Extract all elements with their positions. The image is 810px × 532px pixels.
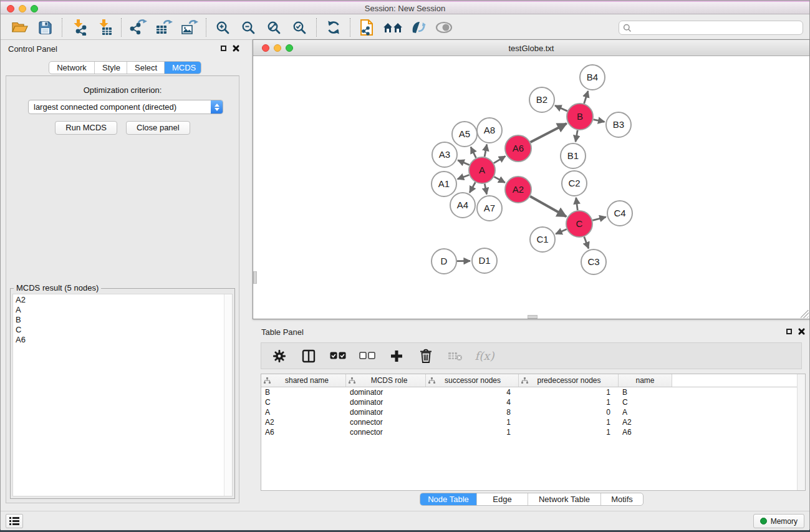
- zoom-fit-button[interactable]: [261, 17, 287, 38]
- tab-style[interactable]: Style: [95, 62, 127, 74]
- table-cell[interactable]: connector: [346, 417, 426, 427]
- network-canvas[interactable]: B4B2BB3A8A5A6A3B1AA1C2A2A4A7C4CC1C3DD1: [253, 56, 809, 319]
- graph-edge-A-A7[interactable]: [485, 184, 486, 195]
- graph-edge-A-A1[interactable]: [458, 175, 470, 179]
- resize-grip[interactable]: [801, 310, 809, 318]
- search-input[interactable]: [632, 22, 803, 34]
- show-hide-overview-button[interactable]: [431, 17, 456, 38]
- table-cell[interactable]: 1: [519, 397, 619, 407]
- result-item[interactable]: A: [13, 304, 232, 314]
- tab-mcds[interactable]: MCDS: [165, 62, 201, 74]
- graph-edge-C-C2[interactable]: [576, 198, 578, 210]
- graph-edge-A-A4[interactable]: [470, 182, 475, 193]
- graphics-details-button[interactable]: [405, 17, 431, 38]
- import-network-button[interactable]: [66, 17, 92, 38]
- graph-edge-B-B2[interactable]: [555, 105, 567, 111]
- table-cell[interactable]: A: [261, 407, 346, 417]
- table-cell[interactable]: 1: [519, 387, 619, 397]
- tab-node-table[interactable]: Node Table: [420, 493, 477, 505]
- table-cell[interactable]: 1: [519, 427, 619, 437]
- tab-edge-table[interactable]: Edge Table: [477, 493, 528, 505]
- table-cell[interactable]: dominator: [346, 407, 426, 417]
- export-image-button[interactable]: [176, 17, 202, 38]
- export-table-button[interactable]: [151, 17, 176, 38]
- result-item[interactable]: C: [13, 324, 232, 334]
- table-cell[interactable]: A6: [619, 427, 672, 437]
- table-cell[interactable]: 1: [426, 417, 519, 427]
- delete-column-button[interactable]: [414, 345, 438, 367]
- column-header-name[interactable]: name: [619, 374, 672, 387]
- table-cell[interactable]: 8: [426, 407, 519, 417]
- tab-network[interactable]: Network: [49, 62, 95, 74]
- table-row[interactable]: A2connector11A2: [261, 417, 805, 427]
- table-cell[interactable]: dominator: [346, 387, 426, 397]
- tab-select[interactable]: Select: [127, 62, 165, 74]
- canvas-hscroll-thumb[interactable]: [528, 315, 538, 319]
- new-network-from-selection-button[interactable]: [354, 17, 380, 38]
- column-header-MCDS-role[interactable]: MCDS role: [346, 374, 426, 387]
- graph-edge-C-C4[interactable]: [592, 217, 605, 221]
- result-scrollbar[interactable]: [224, 294, 232, 496]
- select-all-button[interactable]: [326, 345, 350, 367]
- refresh-button[interactable]: [321, 17, 346, 38]
- table-scrollbar[interactable]: [797, 374, 805, 490]
- table-cell[interactable]: B: [619, 387, 672, 397]
- function-builder-button[interactable]: f(x): [473, 345, 496, 367]
- graph-edge-A-A6[interactable]: [494, 156, 506, 163]
- graph-edge-A-A3[interactable]: [458, 160, 469, 165]
- table-cell[interactable]: 0: [519, 407, 619, 417]
- table-cell[interactable]: connector: [346, 427, 426, 437]
- result-item[interactable]: A6: [13, 334, 232, 344]
- memory-button[interactable]: Memory: [753, 514, 804, 528]
- table-cell[interactable]: C: [619, 397, 672, 407]
- float-panel-icon[interactable]: [221, 46, 226, 51]
- run-mcds-button[interactable]: Run MCDS: [55, 121, 117, 135]
- table-row[interactable]: Bdominator41B: [261, 387, 805, 397]
- graph-edge-C-C3[interactable]: [584, 237, 589, 249]
- table-cell[interactable]: 1: [519, 417, 619, 427]
- tab-motifs[interactable]: Motifs: [601, 493, 643, 505]
- graph-edge-B-B3[interactable]: [594, 120, 605, 122]
- close-panel-icon[interactable]: [233, 45, 239, 52]
- export-network-button[interactable]: [125, 17, 151, 38]
- table-cell[interactable]: dominator: [346, 397, 426, 407]
- home-button[interactable]: [380, 17, 405, 38]
- table-row[interactable]: Adominator80A: [261, 407, 805, 417]
- table-cell[interactable]: A2: [261, 417, 346, 427]
- column-header-predecessor-nodes[interactable]: predecessor nodes: [519, 374, 619, 387]
- graph-edge-A-A2[interactable]: [494, 177, 504, 182]
- table-cell[interactable]: 4: [426, 397, 519, 407]
- table-cell[interactable]: 4: [426, 387, 519, 397]
- zoom-out-button[interactable]: [236, 17, 261, 38]
- open-session-button[interactable]: [7, 17, 32, 38]
- zoom-selected-button[interactable]: [287, 17, 312, 38]
- import-table-button[interactable]: [92, 17, 117, 38]
- result-item[interactable]: A2: [13, 294, 232, 304]
- canvas-vscroll-thumb[interactable]: [253, 271, 257, 284]
- tab-network-table[interactable]: Network Table: [528, 493, 601, 505]
- close-panel-button[interactable]: Close panel: [126, 121, 190, 135]
- table-row[interactable]: Cdominator41C: [261, 397, 805, 407]
- zoom-in-button[interactable]: [210, 17, 236, 38]
- split-panel-button[interactable]: [297, 345, 321, 367]
- column-header-successor-nodes[interactable]: successor nodes: [426, 374, 519, 387]
- float-table-panel-icon[interactable]: [786, 329, 792, 334]
- graph-edge-A-A5[interactable]: [471, 147, 476, 158]
- graph-edge-B-B4[interactable]: [584, 91, 588, 104]
- table-row[interactable]: A6connector11A6: [261, 427, 805, 437]
- graph-edge-B-B1[interactable]: [576, 130, 577, 142]
- table-cell[interactable]: 1: [426, 427, 519, 437]
- graph-edge-C-C1[interactable]: [556, 230, 567, 234]
- table-settings-button[interactable]: [268, 345, 291, 367]
- deselect-all-button[interactable]: [355, 345, 379, 367]
- table-cell[interactable]: C: [261, 397, 346, 407]
- close-table-panel-icon[interactable]: [798, 328, 805, 335]
- table-cell[interactable]: A2: [619, 417, 672, 427]
- table-cell[interactable]: A6: [261, 427, 346, 437]
- result-item[interactable]: B: [13, 314, 232, 324]
- optimization-criterion-select[interactable]: largest connected component (directed): [28, 100, 223, 114]
- table-cell[interactable]: A: [619, 407, 672, 417]
- console-button[interactable]: [6, 514, 23, 528]
- graph-edge-A2-C[interactable]: [530, 196, 566, 216]
- add-column-button[interactable]: [385, 345, 408, 367]
